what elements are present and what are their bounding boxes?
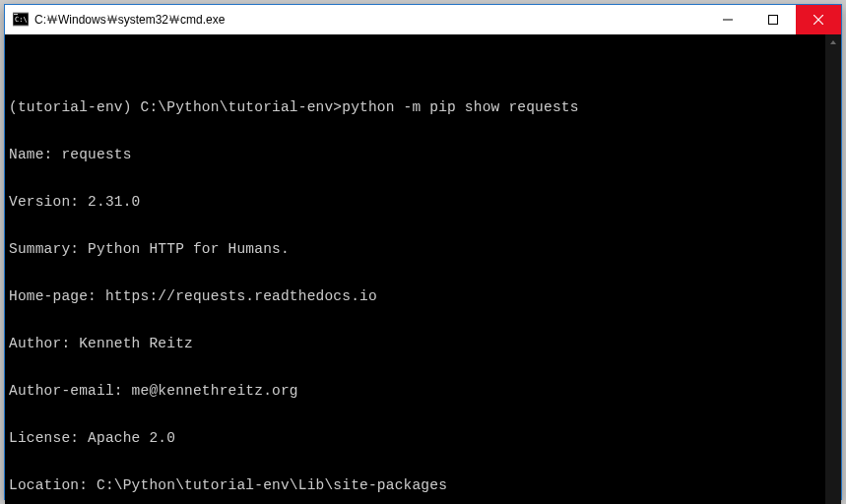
terminal-line: Version: 2.31.0: [9, 194, 823, 210]
svg-rect-1: [14, 14, 18, 15]
window-controls: [705, 5, 841, 34]
terminal-line: Home-page: https://requests.readthedocs.…: [9, 288, 823, 304]
scrollbar-up-button[interactable]: [825, 34, 841, 50]
svg-rect-4: [769, 16, 778, 25]
command-prompt-window: C:\ C:￦Windows￦system32￦cmd.exe (tutoria…: [4, 4, 842, 500]
titlebar[interactable]: C:\ C:￦Windows￦system32￦cmd.exe: [5, 5, 841, 34]
terminal-line: (tutorial-env) C:\Python\tutorial-env>py…: [9, 99, 823, 115]
maximize-button[interactable]: [750, 5, 796, 34]
cmd-icon: C:\: [13, 12, 29, 28]
terminal-line: Summary: Python HTTP for Humans.: [9, 241, 823, 257]
svg-text:C:\: C:\: [15, 16, 28, 24]
terminal-line: Location: C:\Python\tutorial-env\Lib\sit…: [9, 477, 823, 493]
terminal-container: (tutorial-env) C:\Python\tutorial-env>py…: [5, 34, 841, 504]
window-title: C:￦Windows￦system32￦cmd.exe: [34, 12, 705, 29]
svg-marker-7: [830, 40, 836, 44]
terminal-line: License: Apache 2.0: [9, 430, 823, 446]
terminal-line: Author: Kenneth Reitz: [9, 336, 823, 351]
terminal-line: Name: requests: [9, 147, 823, 162]
scrollbar[interactable]: [825, 34, 841, 504]
minimize-button[interactable]: [705, 5, 750, 34]
terminal-line: Author-email: me@kennethreitz.org: [9, 383, 823, 399]
terminal-output[interactable]: (tutorial-env) C:\Python\tutorial-env>py…: [5, 34, 825, 504]
close-button[interactable]: [796, 5, 841, 34]
